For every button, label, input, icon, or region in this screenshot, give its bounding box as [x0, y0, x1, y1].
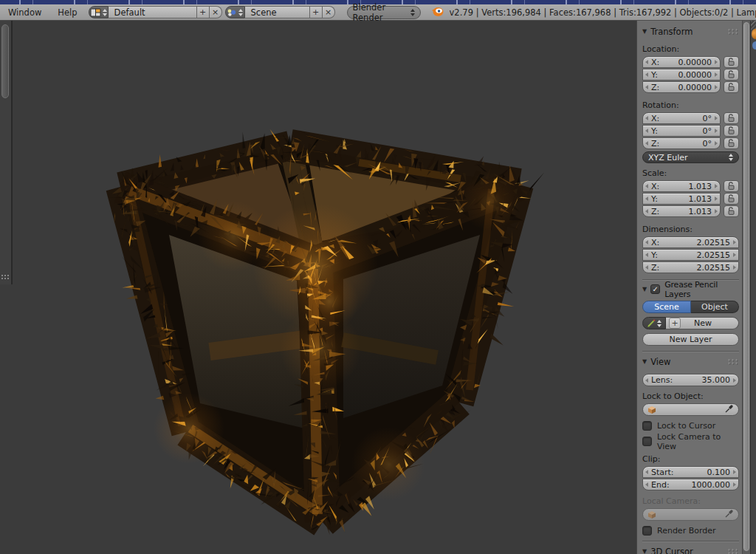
stepper-left-icon[interactable]	[645, 265, 648, 270]
grease-new-button[interactable]: + New	[666, 317, 739, 329]
toolshelf-scrollbar[interactable]	[1, 24, 9, 98]
stepper-left-icon[interactable]	[645, 240, 648, 244]
eyedropper-icon[interactable]	[725, 509, 734, 520]
stepper-left-icon[interactable]	[645, 253, 648, 257]
layout-name-field[interactable]: Default	[109, 6, 197, 18]
lock-object-picker[interactable]	[642, 403, 739, 416]
clip-end-field[interactable]: End:1000.000	[642, 479, 739, 490]
new-layer-button[interactable]: New Layer	[642, 333, 739, 346]
stepper-left-icon[interactable]	[645, 116, 648, 120]
stepper-right-icon[interactable]	[715, 116, 718, 120]
scene-add-button[interactable]: +	[310, 6, 323, 18]
stepper-right-icon[interactable]	[715, 141, 718, 146]
panel-grip-icon[interactable]	[727, 548, 739, 554]
stepper-left-icon[interactable]	[645, 72, 648, 77]
stepper-right-icon[interactable]	[733, 378, 736, 383]
stepper-left-icon[interactable]	[645, 60, 648, 64]
stepper-right-icon[interactable]	[733, 253, 736, 257]
checkbox-icon[interactable]	[642, 421, 652, 431]
scale-z-field[interactable]: Z:1.013	[642, 205, 721, 217]
clip-start-field[interactable]: Start:0.100	[642, 466, 739, 478]
lock-button[interactable]	[724, 193, 739, 205]
rotation-mode-dropdown[interactable]: XYZ Euler	[642, 151, 739, 163]
menu-help[interactable]: Help	[49, 7, 85, 18]
stepper-right-icon[interactable]	[733, 482, 736, 487]
render-border-row[interactable]: Render Border	[642, 525, 739, 536]
grease-pencil-checkbox[interactable]: ✓	[650, 284, 660, 294]
dimensions-z-field[interactable]: Z:2.02515	[642, 261, 739, 273]
lock-button[interactable]	[724, 69, 739, 81]
location-z-field[interactable]: Z:0.00000	[642, 81, 721, 93]
scene-close-button[interactable]: ×	[323, 6, 335, 18]
stepper-right-icon[interactable]	[733, 470, 736, 474]
stepper-right-icon[interactable]	[733, 265, 736, 270]
scale-x-field[interactable]: X:1.013	[642, 180, 721, 192]
panel-grip-icon[interactable]	[727, 358, 739, 365]
location-x-field[interactable]: X:0.00000	[642, 56, 721, 68]
checkbox-icon[interactable]	[642, 437, 652, 446]
panel-scrollbar-thumb[interactable]	[743, 22, 749, 551]
lock-button[interactable]	[724, 56, 739, 68]
view-panel-header[interactable]: ▼ View	[642, 356, 739, 367]
lock-button[interactable]	[724, 205, 739, 217]
stepper-right-icon[interactable]	[715, 129, 718, 133]
tab-object[interactable]: Object	[691, 301, 739, 313]
layout-add-button[interactable]: +	[197, 6, 210, 18]
collapse-arrow-icon[interactable]: ▼	[642, 358, 647, 365]
panel-scrollbar-track[interactable]	[742, 21, 750, 554]
cursor-panel-header[interactable]: ▼ 3D Cursor	[642, 546, 739, 554]
stepper-right-icon[interactable]	[715, 72, 718, 77]
3d-viewport[interactable]: ▼ Transform Location: X:0.00000 Y:0.0000…	[0, 21, 756, 554]
collapse-arrow-icon[interactable]: ▼	[642, 548, 647, 554]
lock-button[interactable]	[724, 125, 739, 137]
eyedropper-icon[interactable]	[725, 404, 734, 415]
grease-pencil-panel-header[interactable]: ▼ ✓ Grease Pencil Layers	[642, 284, 739, 295]
location-y-field[interactable]: Y:0.00000	[642, 69, 721, 81]
lock-button[interactable]	[724, 180, 739, 192]
stepper-left-icon[interactable]	[645, 209, 648, 213]
local-camera-picker[interactable]	[642, 508, 739, 521]
stepper-right-icon[interactable]	[715, 184, 718, 188]
layout-close-button[interactable]: ×	[210, 6, 222, 18]
stepper-left-icon[interactable]	[645, 470, 648, 474]
collapse-arrow-icon[interactable]: ▼	[642, 28, 647, 35]
lock-button[interactable]	[724, 137, 739, 149]
checkbox-icon[interactable]	[642, 526, 652, 536]
stepper-left-icon[interactable]	[645, 378, 648, 383]
menu-window[interactable]: Window	[0, 7, 49, 18]
collapse-arrow-icon[interactable]: ▼	[642, 286, 647, 293]
stepper-right-icon[interactable]	[715, 196, 718, 201]
stepper-right-icon[interactable]	[715, 85, 718, 89]
stepper-right-icon[interactable]	[733, 240, 736, 244]
lens-field[interactable]: Lens: 35.000	[642, 374, 739, 386]
grease-pencil-data-button[interactable]	[642, 317, 666, 329]
lock-camera-row[interactable]: Lock Camera to View	[642, 436, 739, 447]
panel-grip-icon[interactable]	[727, 28, 739, 35]
lock-button[interactable]	[724, 81, 739, 93]
transform-panel-header[interactable]: ▼ Transform	[642, 26, 739, 37]
stepper-left-icon[interactable]	[645, 184, 648, 188]
stepper-right-icon[interactable]	[715, 60, 718, 64]
rotation-y-field[interactable]: Y:0°	[642, 125, 721, 137]
stepper-left-icon[interactable]	[645, 85, 648, 89]
rotation-z-field[interactable]: Z:0°	[642, 137, 721, 149]
scene-browse-button[interactable]	[225, 6, 245, 18]
stepper-left-icon[interactable]	[645, 196, 648, 201]
stepper-right-icon[interactable]	[715, 209, 718, 213]
rotation-x-field[interactable]: X:0°	[642, 112, 721, 124]
scene-name-field[interactable]: Scene	[245, 6, 310, 18]
stepper-left-icon[interactable]	[645, 482, 648, 487]
dimensions-x-field[interactable]: X:2.02515	[642, 236, 739, 248]
lock-to-cursor-row[interactable]: Lock to Cursor	[642, 420, 739, 431]
stepper-left-icon[interactable]	[645, 129, 648, 133]
location-fields: X:0.00000 Y:0.00000 Z:0.00000	[642, 56, 739, 93]
layout-browse-button[interactable]	[89, 6, 109, 18]
region-grip-icon[interactable]	[1, 274, 10, 281]
render-engine-dropdown[interactable]: Blender Render	[347, 6, 421, 19]
dimensions-y-field[interactable]: Y:2.02515	[642, 249, 739, 261]
partial-orange-icon	[752, 29, 756, 39]
tab-scene[interactable]: Scene	[642, 301, 691, 313]
stepper-left-icon[interactable]	[645, 141, 648, 146]
scale-y-field[interactable]: Y:1.013	[642, 193, 721, 205]
lock-button[interactable]	[724, 112, 739, 124]
